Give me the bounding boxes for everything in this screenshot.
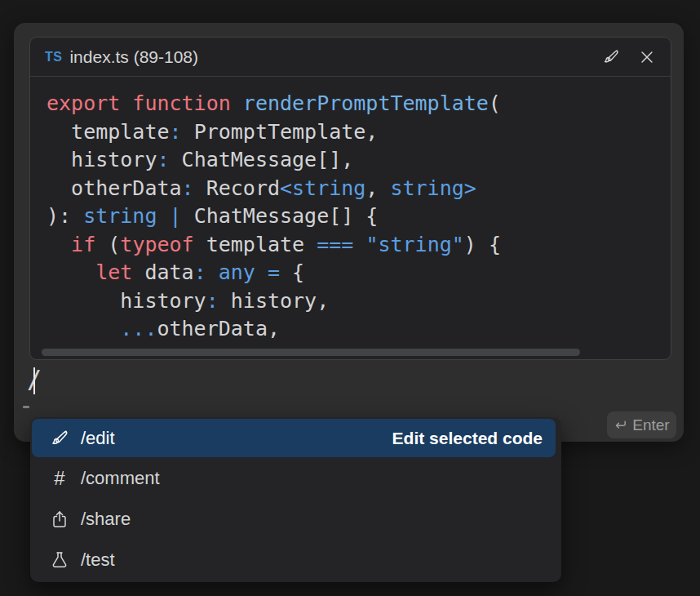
- code-panel-actions: [602, 48, 656, 66]
- share-icon: [49, 509, 70, 530]
- code-snippet-panel: TS index.ts (89-108) export function ren…: [29, 37, 671, 360]
- menu-item-label: /share: [81, 509, 131, 530]
- code-line: if (typeof template === "string") {: [47, 231, 671, 260]
- horizontal-scrollbar[interactable]: [42, 349, 580, 356]
- menu-item-comment[interactable]: #/comment: [30, 458, 561, 499]
- code-line: ...otherData,: [47, 315, 671, 344]
- enter-key-label: Enter: [632, 416, 669, 434]
- text-caret: [33, 367, 35, 394]
- code-line: template: PromptTemplate,: [47, 118, 671, 147]
- menu-item-test[interactable]: /test: [30, 540, 561, 580]
- prompt-input[interactable]: /: [14, 363, 684, 399]
- close-icon[interactable]: [638, 48, 656, 66]
- code-line: otherData: Record<string, string>: [47, 175, 671, 203]
- code-snippet: export function renderPromptTemplate( te…: [30, 77, 671, 344]
- hash-icon: #: [49, 468, 70, 489]
- code-panel-title: index.ts (89-108): [69, 47, 198, 67]
- inline-chat-widget: TS index.ts (89-108) export function ren…: [14, 23, 684, 442]
- code-line: history: history,: [47, 287, 671, 316]
- obscured-text-fragment: [23, 406, 29, 408]
- slash-command-menu: /editEdit selected code#/comment/share/t…: [30, 417, 561, 582]
- brush-icon: [49, 428, 70, 449]
- code-line: let data: any = {: [47, 259, 671, 287]
- menu-item-label: /test: [81, 549, 115, 571]
- enter-key-hint[interactable]: Enter: [607, 411, 676, 438]
- menu-item-label: /edit: [81, 428, 115, 449]
- typescript-file-icon: TS: [45, 50, 62, 64]
- beaker-icon: [49, 549, 70, 571]
- code-line: ): string | ChatMessage[] {: [47, 202, 671, 231]
- menu-item-label: /comment: [81, 468, 160, 489]
- return-icon: [614, 418, 627, 432]
- code-panel-header: TS index.ts (89-108): [30, 38, 671, 77]
- menu-item-edit[interactable]: /editEdit selected code: [32, 419, 556, 457]
- brush-icon[interactable]: [602, 48, 620, 66]
- menu-item-detail: Edit selected code: [392, 429, 543, 448]
- editor-overlay: TS index.ts (89-108) export function ren…: [0, 0, 700, 596]
- code-line: history: ChatMessage[],: [47, 146, 671, 175]
- code-line: export function renderPromptTemplate(: [47, 90, 671, 118]
- menu-item-share[interactable]: /share: [30, 499, 561, 540]
